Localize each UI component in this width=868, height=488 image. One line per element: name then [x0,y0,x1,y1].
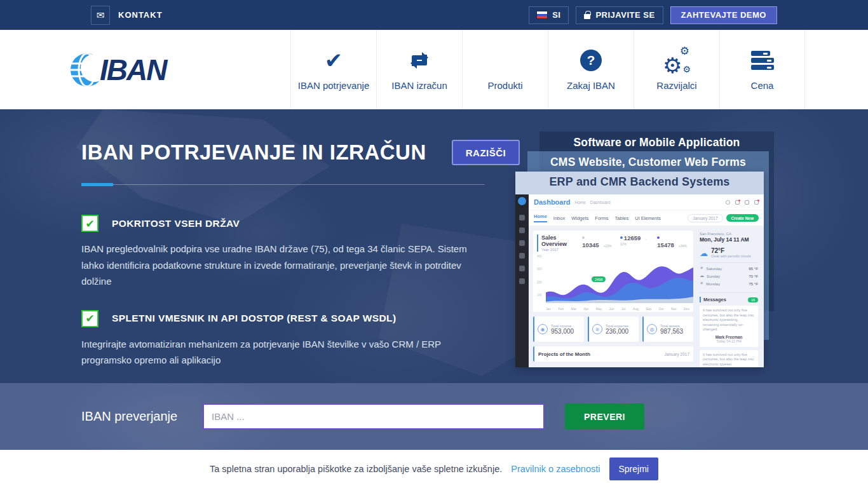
create-new-button: Create New [726,214,759,222]
sun-icon: ☀ [700,266,703,271]
dashboard-title: Dashboard [534,198,570,206]
contact-block[interactable]: ✉ KONTAKT [91,6,163,25]
login-button[interactable]: PRIJAVITE SE [576,6,663,24]
feature-body: IBAN pregledovalnik podpira vse uradne I… [81,241,483,290]
cloud-icon: ☁ [700,249,708,257]
date-filter: January 2017 [688,214,722,222]
feature-body: Integrirajte avtomatiziran mehanizem za … [81,336,483,369]
iban-logo[interactable]: IBAN [68,50,166,90]
check-icon: ✔ [325,48,343,72]
language-label: SI [552,10,560,20]
verify-button[interactable]: PREVERI [565,403,644,430]
chat-icon [735,200,740,205]
accept-cookies-button[interactable]: Sprejmi [609,458,658,480]
iban-input[interactable] [203,403,545,430]
request-demo-button[interactable]: ZAHTEVAJTE DEMO [670,6,777,24]
feature-api: ✔ SPLETNI VMESNIK IN API DOSTOP (REST & … [81,310,494,369]
nav-item-razvijalci[interactable]: ⚙ ⚙ ⚙ Razvijalci [634,30,719,109]
main-navbar: IBAN ✔ IBAN potrjevanje IBAN izračun Pro… [0,30,868,109]
assets-icon: ◍ [647,324,657,334]
dashboard-screenshot: Dashboard Home Dashboard Home Inbox Widg… [515,194,764,367]
stat-card-expense: ≋ Total expense236,000 [588,316,639,342]
dashboard-sidebar [515,194,529,367]
language-selector[interactable]: SI [529,6,569,24]
message-item: It has survived not only five centuries,… [700,306,758,347]
question-icon: ? [580,48,602,72]
nav-item-iban-izracun[interactable]: IBAN izračun [376,30,462,109]
green-check-icon: ✔ [81,310,98,327]
chart-badge: 2498 [592,276,606,282]
cookie-banner: Ta spletna stran uporablja piškotke za i… [0,450,868,488]
stat-card-income: ◉ Total income953,000 [533,316,584,342]
avatar [518,197,526,205]
expense-icon: ≋ [592,324,602,334]
cloud-icon: ☁ [700,273,704,278]
retweet-icon [407,48,431,72]
logo-text: IBAN [100,53,166,87]
nav-item-produkti[interactable]: Produkti [462,30,548,109]
nav-item-iban-potrjevanje[interactable]: ✔ IBAN potrjevanje [290,30,376,109]
messages-header: Messages 16 [700,297,758,302]
sales-overview-panel: Sales Overview Year 2017 10345+23% 12659… [533,231,693,312]
hero-section: IBAN POTRJEVANJE IN IZRAČUN RAZIŠČI ✔ PO… [0,109,868,383]
sun-icon: ☀ [700,281,703,286]
demo-label: ZAHTEVAJTE DEMO [681,10,766,20]
page-title: IBAN POTRJEVANJE IN IZRAČUN [81,140,426,165]
slovenia-flag-icon [537,11,547,18]
grid-icon [495,48,516,72]
projects-panel: Projects of the Month January 2017 [533,346,693,362]
explore-button[interactable]: RAZIŠČI [452,140,520,165]
sales-area-chart: 400 300 200 100 2498 [537,255,689,311]
top-bar: ✉ KONTAKT SI PRIJAVITE SE ZAHTEVAJTE DEM… [0,0,868,30]
mail-icon [745,200,749,205]
login-label: PRIJAVITE SE [595,10,654,20]
banner-erp-backend: ERP and CMR Backend Systems Dashboard Ho… [515,172,764,367]
weather-panel: San Francisco, CA Mon, July 14 11 AM ☁ 7… [697,231,759,363]
nav-item-cena[interactable]: Cena [719,30,805,109]
search-icon [726,200,730,205]
privacy-policy-link[interactable]: Pravilnik o zasebnosti [511,464,600,474]
bell-icon [754,200,759,205]
gears-icon: ⚙ ⚙ ⚙ [663,48,691,72]
nav-item-zakaj-iban[interactable]: ? Zakaj IBAN [548,30,634,109]
lock-icon [584,14,590,19]
title-underline [81,183,485,187]
feature-coverage: ✔ POKRITOST VSEH DRŽAV IBAN pregledovaln… [81,215,494,290]
checker-label: IBAN preverjanje [81,409,203,424]
envelope-icon[interactable]: ✉ [91,6,110,25]
message-item: It has survived not only five centuries,… [700,350,758,368]
nav-menu: ✔ IBAN potrjevanje IBAN izračun Produkti… [290,30,805,109]
contact-label[interactable]: KONTAKT [118,10,163,20]
feature-title: SPLETNI VMESNIK IN API DOSTOP (REST & SO… [112,313,397,324]
cookie-text: Ta spletna stran uporablja piškotke za i… [210,464,502,474]
stat-card-assets: ◍ Total assets987,563 [642,316,693,342]
breadcrumb: Home [574,200,585,205]
iban-checker-section: IBAN preverjanje PREVERI [0,383,868,450]
messages-count-badge: 16 [748,297,758,302]
green-check-icon: ✔ [81,215,98,232]
feature-title: POKRITOST VSEH DRŽAV [112,218,240,229]
server-icon [751,48,774,72]
income-icon: ◉ [538,324,548,334]
